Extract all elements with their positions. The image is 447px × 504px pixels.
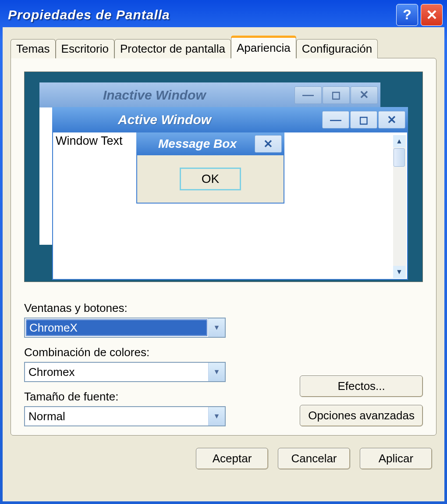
tab-appearance[interactable]: Apariencia <box>231 36 296 58</box>
effects-button[interactable]: Efectos... <box>300 375 423 397</box>
scroll-thumb <box>394 148 405 167</box>
tab-label: Temas <box>16 42 50 55</box>
preview-active-titlebar: Active Window — ◻ ✕ <box>52 107 408 132</box>
tab-settings[interactable]: Configuración <box>296 39 378 58</box>
preview-inactive-titlebar: Inactive Window — ◻ ✕ <box>39 82 380 107</box>
preview-inactive-title-text: Inactive Window <box>103 88 206 103</box>
close-icon: ✕ <box>378 111 405 129</box>
close-icon: ✕ <box>426 7 438 23</box>
select-value: Chromex <box>25 363 208 381</box>
minimize-icon: — <box>294 86 322 104</box>
preview-ok-button: OK <box>180 168 241 190</box>
preview-messagebox-titlebar: Message Box ✕ <box>136 132 284 155</box>
windows-buttons-label: Ventanas y botones: <box>24 301 291 315</box>
select-value: Normal <box>25 407 208 425</box>
preview-message-box: Message Box ✕ OK <box>136 132 284 204</box>
window-title: Propiedades de Pantalla <box>8 7 170 22</box>
color-scheme-label: Combinación de colores: <box>24 346 291 359</box>
preview-active-window: Active Window — ◻ ✕ Window Text ▲ ▼ <box>52 108 408 280</box>
dialog-window: Propiedades de Pantalla ? ✕ Temas Escrit… <box>0 0 447 504</box>
ok-button[interactable]: Aceptar <box>196 448 268 469</box>
preview-inactive-controls: — ◻ ✕ <box>294 86 378 104</box>
tab-panel-appearance: Inactive Window — ◻ ✕ Active Window — <box>11 58 436 436</box>
tab-label: Apariencia <box>237 41 291 54</box>
font-size-label: Tamaño de fuente: <box>24 390 291 404</box>
apply-button[interactable]: Aplicar <box>360 448 432 469</box>
maximize-icon: ◻ <box>323 86 350 104</box>
maximize-icon: ◻ <box>350 111 377 129</box>
chevron-down-icon: ▼ <box>208 363 225 381</box>
dialog-button-row: Aceptar Cancelar Aplicar <box>11 448 436 469</box>
tab-label: Configuración <box>302 42 372 55</box>
advanced-options-button[interactable]: Opciones avanzadas <box>300 405 423 426</box>
scroll-up-icon: ▲ <box>393 135 405 147</box>
preview-window-text: Window Text <box>56 134 123 148</box>
minimize-icon: — <box>322 111 349 129</box>
appearance-preview: Inactive Window — ◻ ✕ Active Window — <box>24 71 423 282</box>
titlebar-buttons: ? ✕ <box>396 4 443 26</box>
help-button[interactable]: ? <box>396 4 418 26</box>
tab-desktop[interactable]: Escritorio <box>56 39 114 58</box>
tab-strip: Temas Escritorio Protector de pantalla A… <box>11 36 436 58</box>
windows-buttons-select[interactable]: ChromeX ▼ <box>24 318 226 338</box>
tab-themes[interactable]: Temas <box>11 39 56 58</box>
form-left-column: Ventanas y botones: ChromeX ▼ Combinació… <box>24 293 291 426</box>
close-icon: ✕ <box>255 135 282 153</box>
font-size-select[interactable]: Normal ▼ <box>24 406 226 426</box>
chevron-down-icon: ▼ <box>208 407 225 425</box>
appearance-form: Ventanas y botones: ChromeX ▼ Combinació… <box>24 293 423 426</box>
tab-label: Escritorio <box>61 42 109 55</box>
help-icon: ? <box>403 7 412 23</box>
titlebar: Propiedades de Pantalla ? ✕ <box>3 3 444 27</box>
color-scheme-select[interactable]: Chromex ▼ <box>24 362 226 382</box>
select-value: ChromeX <box>26 319 207 336</box>
chevron-down-icon: ▼ <box>208 318 225 337</box>
tab-label: Protector de pantalla <box>120 42 225 55</box>
preview-messagebox-body: OK <box>137 155 284 203</box>
close-icon: ✕ <box>351 86 378 104</box>
preview-scrollbar: ▲ ▼ <box>393 135 406 278</box>
close-button[interactable]: ✕ <box>421 4 443 26</box>
tab-screensaver[interactable]: Protector de pantalla <box>114 39 231 58</box>
scroll-down-icon: ▼ <box>393 266 405 278</box>
cancel-button[interactable]: Cancelar <box>278 448 350 469</box>
preview-messagebox-title-text: Message Box <box>158 137 237 151</box>
preview-active-title-text: Active Window <box>118 112 211 127</box>
dialog-body: Temas Escritorio Protector de pantalla A… <box>3 27 444 501</box>
preview-active-controls: — ◻ ✕ <box>322 111 405 129</box>
form-right-column: Efectos... Opciones avanzadas <box>300 375 423 426</box>
